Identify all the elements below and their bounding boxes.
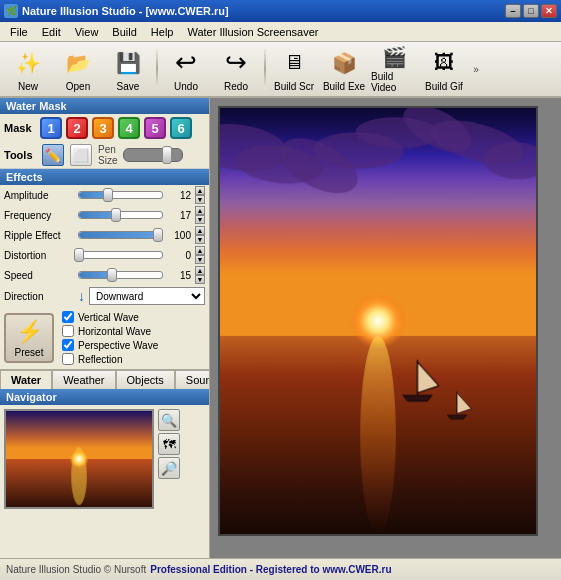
build-gif-label: Build Gif bbox=[425, 81, 463, 92]
menu-edit[interactable]: Edit bbox=[36, 24, 67, 40]
toolbar: ✨ New 📂 Open 💾 Save ↩ Undo ↪ Redo 🖥 Buil… bbox=[0, 42, 561, 98]
menu-bar: File Edit View Build Help Water Illusion… bbox=[0, 22, 561, 42]
mask-button-4[interactable]: 4 bbox=[118, 117, 140, 139]
tab-objects[interactable]: Objects bbox=[116, 370, 175, 390]
amplitude-down[interactable]: ▼ bbox=[195, 195, 205, 204]
pen-size-slider[interactable] bbox=[123, 148, 183, 162]
build-scr-label: Build Scr bbox=[274, 81, 314, 92]
water-mask-header: Water Mask bbox=[0, 98, 209, 114]
direction-icon: ↓ bbox=[78, 288, 85, 304]
pencil-tool[interactable]: ✏️ bbox=[42, 144, 64, 166]
pen-size-label: PenSize bbox=[98, 144, 117, 166]
tab-water[interactable]: Water bbox=[0, 370, 52, 390]
vertical-wave-checkbox[interactable] bbox=[62, 311, 74, 323]
build-exe-label: Build Exe bbox=[323, 81, 365, 92]
build-video-button[interactable]: 🎬 Build Video bbox=[370, 44, 418, 94]
app-icon: 🌿 bbox=[4, 4, 18, 18]
distortion-spin: ▲ ▼ bbox=[195, 246, 205, 264]
frequency-spin: ▲ ▼ bbox=[195, 206, 205, 224]
build-exe-button[interactable]: 📦 Build Exe bbox=[320, 44, 368, 94]
menu-file[interactable]: File bbox=[4, 24, 34, 40]
build-scr-button[interactable]: 🖥 Build Scr bbox=[270, 44, 318, 94]
horizontal-wave-option[interactable]: Horizontal Wave bbox=[62, 325, 158, 337]
build-video-label: Build Video bbox=[371, 71, 417, 93]
ripple-up[interactable]: ▲ bbox=[195, 226, 205, 235]
effects-header: Effects bbox=[0, 169, 209, 185]
effects-section: Effects Amplitude 12 ▲ ▼ Frequency bbox=[0, 169, 209, 307]
speed-label: Speed bbox=[4, 270, 74, 281]
mask-button-3[interactable]: 3 bbox=[92, 117, 114, 139]
preset-button[interactable]: ⚡ Preset bbox=[4, 313, 54, 363]
navigator-thumbnail[interactable] bbox=[4, 409, 154, 509]
distortion-label: Distortion bbox=[4, 250, 74, 261]
menu-water-illusion[interactable]: Water Illusion Screensaver bbox=[181, 24, 324, 40]
frequency-down[interactable]: ▼ bbox=[195, 215, 205, 224]
menu-view[interactable]: View bbox=[69, 24, 105, 40]
distortion-row: Distortion 0 ▲ ▼ bbox=[0, 245, 209, 265]
distortion-down[interactable]: ▼ bbox=[195, 255, 205, 264]
ripple-value: 100 bbox=[167, 230, 191, 241]
nav-zoom-in[interactable]: 🔍 bbox=[158, 409, 180, 431]
build-video-icon: 🎬 bbox=[378, 45, 410, 69]
amplitude-value: 12 bbox=[167, 190, 191, 201]
reflection-checkbox[interactable] bbox=[62, 353, 74, 365]
ripple-down[interactable]: ▼ bbox=[195, 235, 205, 244]
frequency-slider[interactable] bbox=[78, 211, 163, 219]
mask-button-1[interactable]: 1 bbox=[40, 117, 62, 139]
preset-area: ⚡ Preset Vertical Wave Horizontal Wave P… bbox=[0, 307, 209, 369]
distortion-value: 0 bbox=[167, 250, 191, 261]
new-button[interactable]: ✨ New bbox=[4, 44, 52, 94]
frequency-up[interactable]: ▲ bbox=[195, 206, 205, 215]
save-button[interactable]: 💾 Save bbox=[104, 44, 152, 94]
reflection-label: Reflection bbox=[78, 354, 122, 365]
reflection-option[interactable]: Reflection bbox=[62, 353, 158, 365]
toolbar-more[interactable]: » bbox=[470, 44, 482, 94]
mask-button-5[interactable]: 5 bbox=[144, 117, 166, 139]
build-gif-button[interactable]: 🖼 Build Gif bbox=[420, 44, 468, 94]
maximize-button[interactable]: □ bbox=[523, 4, 539, 18]
frequency-label: Frequency bbox=[4, 210, 74, 221]
direction-select[interactable]: Downward Upward Left Right bbox=[89, 287, 205, 305]
perspective-wave-checkbox[interactable] bbox=[62, 339, 74, 351]
build-scr-icon: 🖥 bbox=[278, 47, 310, 79]
minimize-button[interactable]: – bbox=[505, 4, 521, 18]
ripple-row: Ripple Effect 100 ▲ ▼ bbox=[0, 225, 209, 245]
horizontal-wave-checkbox[interactable] bbox=[62, 325, 74, 337]
vertical-wave-option[interactable]: Vertical Wave bbox=[62, 311, 158, 323]
speed-slider[interactable] bbox=[78, 271, 163, 279]
left-panel: Water Mask Mask 1 2 3 4 5 6 Tools ✏️ ⬜ P… bbox=[0, 98, 210, 558]
undo-icon: ↩ bbox=[170, 47, 202, 79]
mask-button-6[interactable]: 6 bbox=[170, 117, 192, 139]
amplitude-up[interactable]: ▲ bbox=[195, 186, 205, 195]
speed-up[interactable]: ▲ bbox=[195, 266, 205, 275]
tab-weather[interactable]: Weather bbox=[52, 370, 115, 390]
open-label: Open bbox=[66, 81, 90, 92]
amplitude-label: Amplitude bbox=[4, 190, 74, 201]
distortion-slider[interactable] bbox=[78, 251, 163, 259]
navigator-section: Navigator 🔍 🗺 🔎 bbox=[0, 389, 209, 558]
close-button[interactable]: ✕ bbox=[541, 4, 557, 18]
eraser-tool[interactable]: ⬜ bbox=[70, 144, 92, 166]
direction-label: Direction bbox=[4, 291, 74, 302]
mask-button-2[interactable]: 2 bbox=[66, 117, 88, 139]
perspective-wave-option[interactable]: Perspective Wave bbox=[62, 339, 158, 351]
nav-zoom-out[interactable]: 🔎 bbox=[158, 457, 180, 479]
menu-build[interactable]: Build bbox=[106, 24, 142, 40]
distortion-up[interactable]: ▲ bbox=[195, 246, 205, 255]
open-button[interactable]: 📂 Open bbox=[54, 44, 102, 94]
main-area: Water Mask Mask 1 2 3 4 5 6 Tools ✏️ ⬜ P… bbox=[0, 98, 561, 558]
open-icon: 📂 bbox=[62, 47, 94, 79]
ripple-slider[interactable] bbox=[78, 231, 163, 239]
menu-help[interactable]: Help bbox=[145, 24, 180, 40]
nav-fit[interactable]: 🗺 bbox=[158, 433, 180, 455]
undo-button[interactable]: ↩ Undo bbox=[162, 44, 210, 94]
amplitude-slider[interactable] bbox=[78, 191, 163, 199]
save-icon: 💾 bbox=[112, 47, 144, 79]
main-canvas bbox=[220, 108, 536, 534]
nav-canvas bbox=[6, 411, 152, 507]
redo-icon: ↪ bbox=[220, 47, 252, 79]
redo-button[interactable]: ↪ Redo bbox=[212, 44, 260, 94]
tab-sound[interactable]: Sound bbox=[175, 370, 210, 390]
mask-row: Mask 1 2 3 4 5 6 bbox=[0, 114, 209, 142]
speed-down[interactable]: ▼ bbox=[195, 275, 205, 284]
